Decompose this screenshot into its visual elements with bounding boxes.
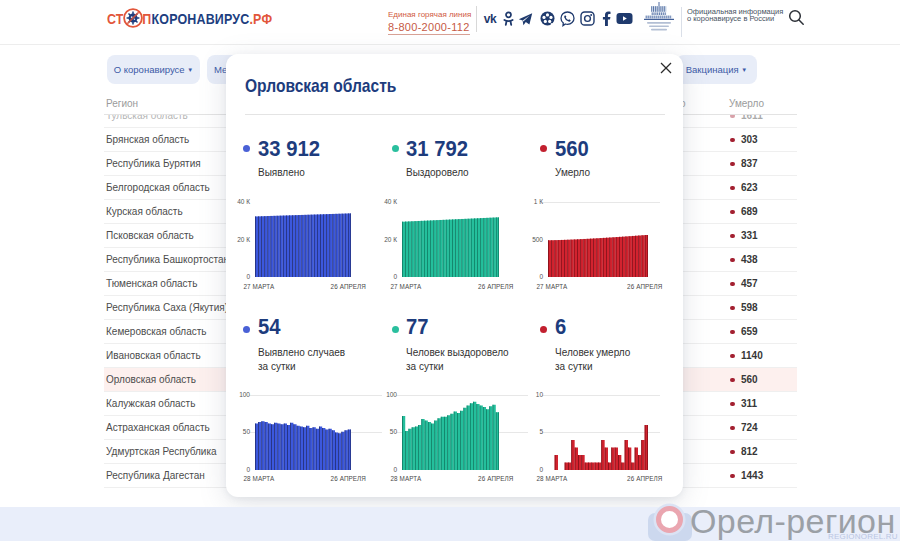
svg-text:vk: vk [483, 12, 496, 26]
